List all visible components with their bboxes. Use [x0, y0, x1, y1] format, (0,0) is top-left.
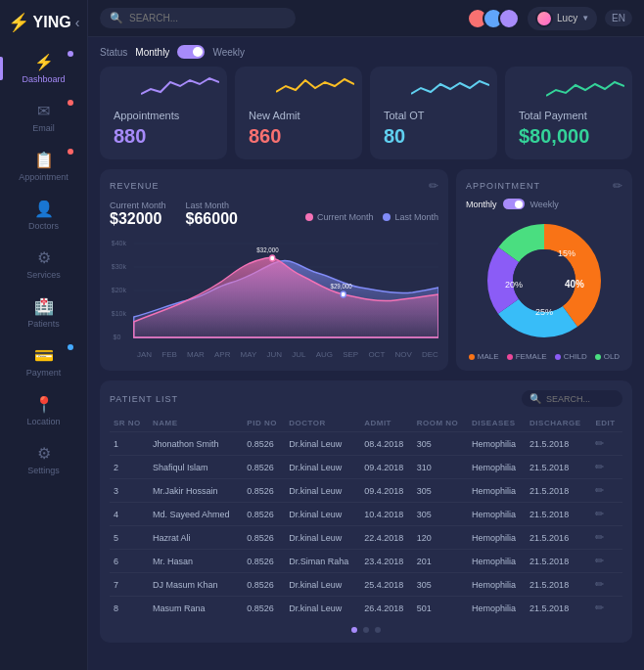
edit-button[interactable]: ✏	[595, 437, 604, 449]
stat-title-appointments: Appointments	[114, 110, 213, 121]
language-button[interactable]: EN	[605, 10, 632, 26]
col-edit: EDIT	[591, 415, 622, 432]
page-dot-3[interactable]	[375, 627, 381, 633]
cell-doctor: Dr.kinal Leuw	[285, 432, 360, 456]
status-toggle[interactable]	[177, 45, 205, 59]
col-discharge: DISCHARGE	[526, 415, 591, 432]
cell-doctor: Dr.kinal Leuw	[285, 456, 360, 479]
cell-discharge: 21.5.2018	[526, 432, 591, 456]
edit-button[interactable]: ✏	[595, 602, 604, 613]
cell-discharge: 21.5.2016	[526, 526, 591, 550]
topbar: 🔍 Lucy ▼ EN	[88, 0, 644, 37]
edit-button[interactable]: ✏	[595, 484, 604, 496]
cell-edit[interactable]: ✏	[591, 503, 622, 526]
cell-admit: 10.4.2018	[360, 503, 413, 526]
cell-room: 501	[413, 597, 468, 620]
revenue-edit-icon[interactable]: ✏	[429, 179, 438, 193]
cell-edit[interactable]: ✏	[591, 432, 622, 456]
cell-disease: Hemophilia	[468, 550, 526, 573]
sidebar-item-payment[interactable]: 💳 Payment	[0, 338, 87, 385]
avatar-3	[498, 8, 520, 29]
sidebar-item-email[interactable]: ✉ Email	[0, 94, 87, 141]
cell-admit: 25.4.2018	[360, 573, 413, 597]
svg-text:40%: 40%	[565, 279, 584, 290]
x-label-jul: JUL	[292, 350, 305, 359]
avatar-group	[473, 8, 520, 29]
pie-label-male: MALE	[478, 352, 499, 361]
patient-search-input[interactable]	[546, 394, 615, 404]
revenue-chart-title: REVENUE	[110, 181, 160, 191]
user-button[interactable]: Lucy ▼	[528, 7, 597, 30]
cell-name: Hazrat Ali	[149, 526, 243, 550]
cell-pid: 0.8526	[243, 479, 285, 503]
table-row: 8 Masum Rana 0.8526 Dr.kinal Leuw 26.4.2…	[110, 597, 622, 620]
edit-button[interactable]: ✏	[595, 508, 604, 519]
stat-title-newadmit: New Admit	[249, 110, 348, 121]
table-row: 3 Mr.Jakir Hossain 0.8526 Dr.kinal Leuw …	[110, 479, 622, 503]
last-month-value: $66000	[186, 210, 238, 227]
sidebar-item-services[interactable]: ⚙ Services	[0, 241, 87, 288]
sidebar-label-settings: Settings	[27, 466, 60, 475]
legend-dot-last	[383, 213, 391, 221]
col-name: NAME	[149, 415, 243, 432]
sidebar-item-patients[interactable]: 🏥 Patients	[0, 290, 87, 336]
user-chevron-icon: ▼	[581, 14, 589, 22]
pie-toggle-track[interactable]	[503, 199, 525, 209]
active-indicator	[0, 57, 3, 80]
cell-pid: 0.8526	[243, 432, 285, 456]
cell-edit[interactable]: ✏	[591, 456, 622, 479]
edit-button[interactable]: ✏	[595, 578, 604, 590]
pie-label-child: CHILD	[564, 352, 587, 361]
cell-edit[interactable]: ✏	[591, 573, 622, 597]
cell-pid: 0.8526	[243, 456, 285, 479]
sidebar-item-settings[interactable]: ⚙ Settings	[0, 436, 87, 483]
x-label-mar: MAR	[187, 350, 205, 359]
sidebar-nav: ⚡ Dashboard ✉ Email 📋 Appointment 👤 Doct…	[0, 45, 87, 483]
cell-sr: 2	[110, 456, 149, 479]
stat-value-appointments: 880	[114, 125, 213, 148]
sidebar-toggle-icon[interactable]: ‹	[75, 15, 80, 30]
page-dot-2[interactable]	[363, 627, 369, 633]
pie-dot-female	[507, 354, 513, 360]
stat-value-newadmit: 860	[249, 125, 348, 148]
edit-button[interactable]: ✏	[595, 555, 604, 566]
sidebar-item-appointment[interactable]: 📋 Appointment	[0, 143, 87, 190]
sidebar-item-location[interactable]: 📍 Location	[0, 387, 87, 434]
sidebar-dot-payment	[68, 344, 73, 350]
cell-edit[interactable]: ✏	[591, 526, 622, 550]
sidebar-item-doctors[interactable]: 👤 Doctors	[0, 192, 87, 239]
legend-current: Current Month	[305, 212, 374, 222]
current-month-summary: Current Month $32000	[110, 201, 166, 228]
cell-disease: Hemophilia	[468, 573, 526, 597]
pie-label-female: FEMALE	[516, 352, 547, 361]
pie-chart-title: APPOINTMENT	[466, 181, 540, 191]
edit-button[interactable]: ✏	[595, 461, 604, 472]
edit-button[interactable]: ✏	[595, 531, 604, 543]
cell-name: Masum Rana	[149, 597, 243, 620]
pagination	[110, 627, 622, 633]
page-dot-1[interactable]	[351, 627, 357, 633]
search-icon: 🔍	[110, 12, 123, 24]
cell-room: 120	[413, 526, 468, 550]
cell-name: Jhonathon Smith	[149, 432, 243, 456]
sidebar-label-dashboard: Dashboard	[22, 74, 65, 84]
cell-name: Mr. Hasan	[149, 550, 243, 573]
toggle-thumb	[193, 47, 203, 57]
revenue-chart-header: REVENUE ✏	[110, 179, 438, 193]
cell-discharge: 21.5.2018	[526, 503, 591, 526]
cell-edit[interactable]: ✏	[591, 597, 622, 620]
cell-edit[interactable]: ✏	[591, 479, 622, 503]
sidebar-item-dashboard[interactable]: ⚡ Dashboard	[0, 45, 87, 92]
col-doctor: DOCTOR	[285, 415, 360, 432]
col-admit: ADMIT	[360, 415, 413, 432]
toggle-track[interactable]	[177, 45, 205, 59]
cell-edit[interactable]: ✏	[591, 550, 622, 573]
svg-point-12	[341, 291, 345, 297]
x-label-dec: DEC	[422, 350, 438, 359]
search-input[interactable]	[129, 13, 247, 23]
pie-edit-icon[interactable]: ✏	[613, 179, 622, 193]
status-bar: Status Monthly Weekly	[100, 45, 632, 59]
cell-pid: 0.8526	[243, 573, 285, 597]
services-icon: ⚙	[37, 248, 51, 267]
patient-list-title: PATIENT LIST	[110, 394, 178, 404]
